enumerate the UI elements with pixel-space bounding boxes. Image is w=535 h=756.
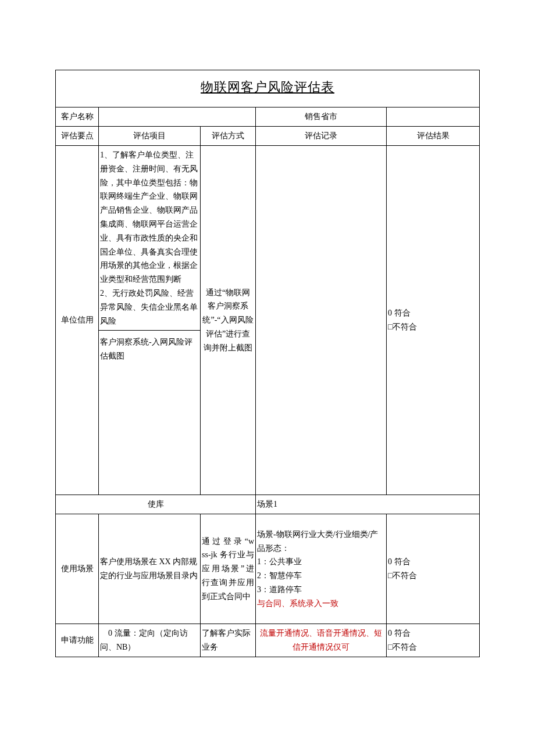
result-conform: 0 符合: [388, 309, 411, 317]
use-scene-record-black: 场景-物联网行业大类/行业细类/产品形态： 1：公共事业 2：智慧停车 3：道路…: [257, 530, 378, 594]
hdr-record: 评估记录: [256, 127, 387, 146]
use-scene-item: 客户使用场景在 XX 内部规定的行业与应用场景目录内: [99, 514, 201, 624]
hdr-item: 评估项目: [99, 127, 201, 146]
form-title: 物联网客户风险评估表: [201, 80, 334, 94]
sales-province-label: 销售省市: [256, 108, 387, 127]
assessment-table: 物联网客户风险评估表 客户名称 销售省市 评估要点 评估项目 评估方式 评估记录…: [55, 70, 480, 657]
apply-func-label: 申请功能: [56, 624, 99, 657]
sales-province-value[interactable]: [387, 108, 480, 127]
use-scene-result[interactable]: 0 符合 □不符合: [387, 514, 480, 624]
header-row: 评估要点 评估项目 评估方式 评估记录 评估结果: [56, 127, 480, 146]
title-row: 物联网客户风险评估表: [56, 70, 480, 108]
use-scene-label: 使用场景: [56, 514, 99, 624]
result-nonconform: □不符合: [388, 643, 417, 651]
result-conform: 0 符合: [388, 629, 411, 637]
hdr-result: 评估结果: [387, 127, 480, 146]
apply-func-result[interactable]: 0 符合 □不符合: [387, 624, 480, 657]
scene-header-right: 场景1: [256, 495, 480, 514]
hdr-method: 评估方式: [201, 127, 256, 146]
unit-credit-result[interactable]: 0 符合 □不符合: [387, 145, 480, 495]
document-page: 物联网客户风险评估表 客户名称 销售省市 评估要点 评估项目 评估方式 评估记录…: [0, 0, 535, 756]
unit-credit-item1: 1、了解客户单位类型、注册资金、注册时间、有无风险，其中单位类型包括：物联网终端…: [99, 145, 201, 330]
unit-credit-row1: 单位信用 1、了解客户单位类型、注册资金、注册时间、有无风险，其中单位类型包括：…: [56, 145, 480, 330]
apply-func-record: 流量开通情况、语音开通情况、短信开通情况仅可: [256, 624, 387, 657]
result-nonconform: □不符合: [388, 323, 417, 331]
unit-credit-record[interactable]: [256, 145, 387, 495]
apply-func-method: 了解客户实际业务: [201, 624, 256, 657]
customer-row: 客户名称 销售省市: [56, 108, 480, 127]
form-title-cell: 物联网客户风险评估表: [56, 70, 480, 108]
result-conform: 0 符合: [388, 557, 411, 566]
unit-credit-method: 通过“物联网客户洞察系统”-“入网风险评估”进行查询并附上截图: [201, 145, 256, 495]
use-scene-row: 使用场景 客户使用场景在 XX 内部规定的行业与应用场景目录内 通 过 登 录 …: [56, 514, 480, 624]
use-scene-record-red: 与合同、系统录入一致: [257, 599, 338, 608]
unit-credit-item2: 客户洞察系统-入网风险评估截图: [99, 331, 201, 495]
result-nonconform: □不符合: [388, 571, 417, 580]
scene-header-row: 使库 场景1: [56, 495, 480, 514]
customer-name-value[interactable]: [99, 108, 256, 127]
apply-func-row: 申请功能 0 流量：定向（定向访问、NB） 了解客户实际业务 流量开通情况、语音…: [56, 624, 480, 657]
scene-header-left: 使库: [56, 495, 256, 514]
use-scene-record: 场景-物联网行业大类/行业细类/产品形态： 1：公共事业 2：智慧停车 3：道路…: [256, 514, 387, 624]
hdr-point: 评估要点: [56, 127, 99, 146]
unit-credit-label: 单位信用: [56, 145, 99, 495]
customer-name-label: 客户名称: [56, 108, 99, 127]
use-scene-method: 通 过 登 录 “wss-jk 务行业与应用场景”进行查询并应用到正式合同中: [201, 514, 256, 624]
apply-func-item: 0 流量：定向（定向访问、NB）: [99, 624, 201, 657]
